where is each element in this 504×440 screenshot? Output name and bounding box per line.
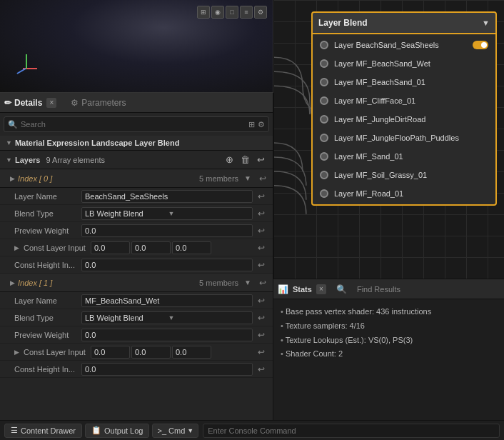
dropdown-item-5[interactable]: Layer MF_JungleFlooPath_Puddles [313,129,495,147]
member-0-1-undo-button[interactable]: ↩ [256,208,267,219]
member-label-0-4: Const Height In... [14,261,79,269]
index-0-expand-icon[interactable]: ▶ [10,175,15,182]
add-layer-button[interactable]: ⊕ [223,154,236,166]
const-layer-expand-0[interactable]: ▶ [14,244,19,251]
index-0-chevron[interactable]: ▼ [244,174,251,182]
member-0-2-undo-button[interactable]: ↩ [256,225,267,236]
dd-label-0: Layer BeachSand_SeaSheels [334,41,467,49]
index-0-row[interactable]: ▶ Index [ 0 ] 5 members ▼ ↩ [0,169,273,188]
tab-stats[interactable]: Stats [293,285,312,294]
member-0-4-undo-button[interactable]: ↩ [256,259,267,271]
dropdown-header[interactable]: Layer Blend ▼ [311,11,497,34]
dd-dot-2 [320,78,328,86]
delete-layer-button[interactable]: 🗑 [238,154,252,166]
member-0-0-undo-button[interactable]: ↩ [256,191,267,202]
member-blend-type-0: Blend Type LB Weight Blend ▼ ↩ [0,205,273,222]
member-label-1-2: Preview Weight [14,331,79,339]
member-layer-name-0: Layer Name BeachSand_SeaSheels ↩ [0,188,273,205]
bottom-bar: ☰ Content Drawer 📋 Output Log >_ Cmd ▼ [0,420,504,440]
blend-arrow-0: ▼ [168,210,250,217]
const-layer-v3-0[interactable]: 0.0 [172,241,211,254]
dd-dot-0 [320,41,328,49]
const-height-value-0[interactable]: 0.0 [81,259,253,271]
stats-close-button[interactable]: × [316,284,326,294]
member-1-3-undo-button[interactable]: ↩ [256,346,267,358]
cmd-button[interactable]: >_ Cmd ▼ [152,424,198,438]
viewport: ⊞ ◉ □ ≡ ⚙ [0,0,273,93]
dropdown-item-2[interactable]: Layer MF_BeachSand_01 [313,73,495,91]
grid-view-icon[interactable]: ⊞ [248,120,255,129]
const-layer-v2-0[interactable]: 0.0 [131,241,171,254]
member-1-1-undo-button[interactable]: ↩ [256,312,267,324]
preview-weight-value-1[interactable]: 0.0 [81,329,253,341]
search-icon: 🔍 [8,120,18,129]
viewport-lit-btn[interactable]: ◉ [211,6,224,19]
stats-line-3: Shader Count: 2 [281,347,497,361]
index-1-chevron[interactable]: ▼ [244,279,251,286]
dropdown-item-6[interactable]: Layer MF_Sand_01 [313,147,495,166]
index-0-undo-button[interactable]: ↩ [257,173,268,184]
const-height-value-1[interactable]: 0.0 [81,363,253,376]
index-1-row[interactable]: ▶ Index [ 1 ] 5 members ▼ ↩ [0,274,273,292]
member-1-4-undo-button[interactable]: ↩ [256,364,267,375]
param-icon: ⚙ [71,98,79,108]
blend-type-select-1[interactable]: LB Weight Blend ▼ [81,311,253,324]
stats-line-0: Base pass vertex shader: 436 instruction… [281,305,497,319]
index-1-section: ▶ Index [ 1 ] 5 members ▼ ↩ Layer Name M… [0,274,273,378]
search-input[interactable] [21,120,246,129]
layer-name-value-1[interactable]: MF_BeachSand_Wet [81,294,253,307]
stats-panel: 📊 Stats × 🔍 Find Results Base pass verte… [273,279,504,420]
dd-label-6: Layer MF_Sand_01 [334,152,488,161]
member-preview-weight-1: Preview Weight 0.0 ↩ [0,326,273,344]
undo-layers-button[interactable]: ↩ [255,154,267,166]
pencil-icon: ✏ [4,98,11,108]
const-layer-v1-0[interactable]: 0.0 [91,241,130,254]
output-log-button[interactable]: 📋 Output Log [85,424,149,438]
stats-icon: 📊 [278,284,288,294]
stats-line-1: Texture samplers: 4/16 [281,319,497,334]
preview-weight-value-0[interactable]: 0.0 [81,224,253,237]
layers-label: Layers [15,156,40,164]
left-panel: ✏ Details × ⚙ Parameters 🔍 ⊞ ⚙ ▼ Materia… [0,93,273,420]
layer-name-value-0[interactable]: BeachSand_SeaSheels [81,190,253,203]
tab-find-results[interactable]: Find Results [357,285,400,294]
const-layer-v1-1[interactable]: 0.0 [91,346,130,359]
dropdown-item-4[interactable]: Layer MF_JungleDirtRoad [313,110,495,129]
member-label-1-3: Const Layer Input [24,348,88,356]
const-layer-expand-1[interactable]: ▶ [14,349,19,356]
const-layer-v3-1[interactable]: 0.0 [172,346,211,359]
layer-blend-dropdown[interactable]: Layer Blend ▼ Layer BeachSand_SeaSheels … [311,11,497,206]
member-label-0-1: Blend Type [14,209,79,218]
tab-parameters[interactable]: ⚙ Parameters [71,98,126,108]
member-blend-type-1: Blend Type LB Weight Blend ▼ ↩ [0,309,273,326]
section-expand-icon[interactable]: ▼ [6,139,12,146]
index-1-undo-button[interactable]: ↩ [257,277,268,289]
dropdown-title: Layer Blend [318,18,478,28]
member-const-height-0: Const Height In... 0.0 ↩ [0,256,273,274]
dropdown-item-1[interactable]: Layer MF_BeachSand_Wet [313,54,495,73]
viewport-grid-btn[interactable]: ⊞ [197,6,210,19]
viewport-render-btn[interactable]: ⚙ [254,6,267,19]
viewport-persp-btn[interactable]: □ [226,6,238,19]
blend-type-select-0[interactable]: LB Weight Blend ▼ [81,207,253,220]
member-0-3-undo-button[interactable]: ↩ [256,242,267,254]
details-close-button[interactable]: × [46,98,56,108]
viewport-settings-btn[interactable]: ≡ [240,6,253,19]
dropdown-item-7[interactable]: Layer MF_Soil_Grassy_01 [313,166,495,184]
dd-toggle-0[interactable] [473,41,488,49]
index-1-expand-icon[interactable]: ▶ [10,279,15,286]
dropdown-item-8[interactable]: Layer MF_Road_01 [313,184,495,203]
content-drawer-button[interactable]: ☰ Content Drawer [4,424,82,438]
filter-icon[interactable]: ⚙ [258,120,265,129]
member-1-0-undo-button[interactable]: ↩ [256,295,267,306]
dropdown-item-0[interactable]: Layer BeachSand_SeaSheels [313,36,495,54]
const-layer-v2-1[interactable]: 0.0 [131,346,171,359]
console-input[interactable] [203,424,500,438]
section-title: ▼ Material Expression Landscape Layer Bl… [0,136,273,151]
tab-details[interactable]: ✏ Details [4,98,42,108]
layers-expand-icon[interactable]: ▼ [6,156,12,164]
member-preview-weight-0: Preview Weight 0.0 ↩ [0,222,273,239]
dropdown-item-3[interactable]: Layer MF_CliffFace_01 [313,91,495,110]
dd-dot-1 [320,59,328,68]
member-1-2-undo-button[interactable]: ↩ [256,329,267,341]
